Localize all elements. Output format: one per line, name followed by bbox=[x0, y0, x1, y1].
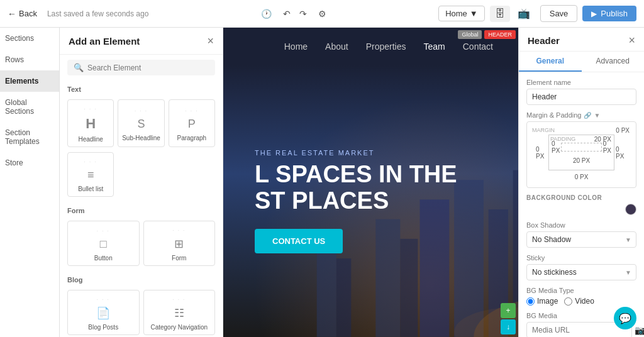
right-panel: Header × General Advanced Element name M… bbox=[518, 28, 644, 337]
add-panel-title: Add an Element bbox=[69, 36, 140, 47]
sidebar-item-global-sections[interactable]: Global Sections bbox=[0, 92, 59, 122]
bullet-list-icon: ≡ bbox=[87, 168, 94, 182]
sidebar-item-sections[interactable]: Sections bbox=[0, 28, 59, 49]
margin-bottom-value: 0 PX bbox=[575, 174, 589, 180]
svg-rect-8 bbox=[317, 239, 336, 337]
global-badge: Global bbox=[458, 30, 482, 39]
home-dropdown[interactable]: Home ▼ bbox=[438, 6, 485, 21]
blog-section-title: Blog bbox=[67, 276, 215, 284]
blog-posts-element[interactable]: · · · 📄 Blog Posts bbox=[67, 290, 140, 335]
site-nav-links: Home About Properties Team Contact bbox=[284, 41, 493, 52]
nav-team[interactable]: Team bbox=[424, 41, 445, 52]
form-label: Form bbox=[172, 255, 186, 262]
element-name-input[interactable] bbox=[526, 89, 636, 105]
desktop-device-btn[interactable]: 🗄 bbox=[490, 6, 510, 22]
chat-button[interactable]: 💬 bbox=[614, 307, 636, 329]
canvas-action-buttons: + ↓ bbox=[498, 301, 518, 337]
tablet-device-btn[interactable]: 📺 bbox=[513, 5, 535, 22]
tab-general[interactable]: General bbox=[519, 52, 582, 72]
redo-button[interactable]: ↷ bbox=[296, 6, 311, 21]
video-radio-label[interactable]: Video bbox=[564, 297, 594, 306]
settings-icon-btn[interactable]: ⚙ bbox=[314, 6, 330, 21]
hero-cta-button[interactable]: CONTACT US bbox=[255, 229, 343, 253]
sidebar-item-rows[interactable]: Rows bbox=[0, 49, 59, 70]
dropdown-chevron-icon: ▼ bbox=[470, 9, 478, 18]
margin-padding-section: Margin & Padding 🔗 ▼ MARGIN 0 PX 0PX PAD… bbox=[526, 111, 636, 188]
publish-button[interactable]: ▶ Publish bbox=[582, 6, 636, 21]
image-radio[interactable] bbox=[526, 297, 535, 306]
device-switcher: 🗄 📺 bbox=[490, 5, 535, 22]
paragraph-element[interactable]: · · · P Paragraph bbox=[169, 99, 215, 147]
padding-bottom-value: 20 PX bbox=[573, 157, 590, 164]
bullet-list-label: Bullet list bbox=[78, 185, 103, 192]
category-nav-label: Category Navigation bbox=[150, 324, 208, 331]
panel-tabs: General Advanced bbox=[519, 52, 644, 72]
canvas-area: Home About Properties Team Contact Globa… bbox=[223, 28, 518, 337]
add-panel-close-button[interactable]: × bbox=[207, 35, 214, 47]
video-radio[interactable] bbox=[564, 297, 572, 306]
back-icon: ← bbox=[8, 9, 16, 19]
nav-about[interactable]: About bbox=[325, 41, 348, 52]
nav-home[interactable]: Home bbox=[284, 41, 308, 52]
site-hero: THE REAL ESTATE MARKET L SPACES IN THE S… bbox=[223, 65, 518, 337]
history-icon-btn[interactable]: 🕐 bbox=[257, 6, 275, 21]
text-elements-grid: · · · H Headline · · · S Sub-Headline · … bbox=[60, 99, 223, 152]
blog-elements-grid: · · · 📄 Blog Posts · · · ☷ Category Navi… bbox=[60, 290, 223, 337]
canvas-action-btn-1[interactable]: + bbox=[501, 303, 516, 318]
box-shadow-dropdown[interactable]: No Shadow bbox=[526, 231, 636, 248]
padding-bottom-wrap: 20 PX bbox=[552, 155, 611, 165]
tab-advanced[interactable]: Advanced bbox=[582, 52, 645, 72]
form-icon: ⊞ bbox=[174, 237, 184, 251]
button-label: Button bbox=[94, 255, 113, 262]
bg-color-title: BACKGROUND COLOR bbox=[526, 194, 636, 201]
svg-rect-9 bbox=[336, 258, 351, 337]
margin-left-value: 0PX bbox=[536, 146, 547, 160]
link-icon: 🔗 bbox=[584, 112, 591, 119]
back-button[interactable]: ← Back bbox=[8, 9, 37, 19]
bg-color-section: BACKGROUND COLOR bbox=[526, 194, 636, 215]
image-radio-label[interactable]: Image bbox=[526, 297, 558, 306]
margin-top-value: 0 PX bbox=[616, 127, 630, 134]
video-radio-text: Video bbox=[575, 297, 594, 306]
back-label: Back bbox=[19, 9, 37, 18]
sidebar-item-section-templates[interactable]: Section Templates bbox=[0, 122, 59, 152]
button-element[interactable]: · · · □ Button bbox=[67, 221, 140, 266]
media-upload-button[interactable]: 📷 bbox=[635, 325, 644, 335]
bg-color-picker[interactable] bbox=[625, 204, 636, 215]
box-shadow-label: Box Shadow bbox=[526, 221, 636, 229]
headline-element[interactable]: · · · H Headline bbox=[67, 99, 114, 147]
site-nav: Home About Properties Team Contact Globa… bbox=[223, 28, 518, 65]
hero-title-line2: ST PLACES bbox=[255, 188, 487, 214]
form-section-title: Form bbox=[67, 207, 215, 214]
home-dropdown-label: Home bbox=[445, 9, 467, 18]
sidebar-item-elements[interactable]: Elements bbox=[0, 70, 59, 92]
category-nav-element[interactable]: · · · ☷ Category Navigation bbox=[143, 290, 216, 335]
form-elements-grid: · · · □ Button · · · ⊞ Form bbox=[60, 221, 223, 271]
bullet-list-element[interactable]: · · · ≡ Bullet list bbox=[67, 152, 114, 197]
blog-posts-icon: 📄 bbox=[96, 306, 110, 320]
publish-label: Publish bbox=[601, 9, 628, 18]
canvas-action-btn-2[interactable]: ↓ bbox=[501, 319, 516, 334]
sidebar-item-store[interactable]: Store bbox=[0, 152, 59, 174]
padding-left-value: 0PX bbox=[552, 140, 560, 154]
save-button[interactable]: Save bbox=[540, 5, 578, 22]
hero-title: L SPACES IN THE ST PLACES bbox=[255, 162, 487, 214]
sticky-dropdown[interactable]: No stickiness bbox=[526, 264, 636, 280]
mp-chevron-icon: ▼ bbox=[594, 112, 600, 119]
sub-headline-label: Sub-Headline bbox=[122, 135, 160, 141]
nav-contact[interactable]: Contact bbox=[463, 41, 493, 52]
bg-media-type-label: BG Media Type bbox=[526, 287, 636, 294]
hero-sub: THE REAL ESTATE MARKET bbox=[255, 149, 487, 157]
category-nav-icon: ☷ bbox=[174, 306, 184, 320]
undo-button[interactable]: ↶ bbox=[279, 6, 294, 21]
padding-inner: PADDING 20 PX 0PX 0PX 20 PX bbox=[548, 135, 614, 170]
form-element[interactable]: · · · ⊞ Form bbox=[143, 221, 216, 266]
sub-headline-element[interactable]: · · · S Sub-Headline bbox=[118, 99, 164, 147]
right-panel-close-button[interactable]: × bbox=[628, 34, 635, 47]
right-panel-header: Header × bbox=[519, 28, 644, 52]
add-element-panel: Add an Element × 🔍 Text · · · H Headline… bbox=[60, 28, 223, 337]
box-shadow-section: Box Shadow No Shadow ▼ bbox=[526, 221, 636, 248]
sticky-label: Sticky bbox=[526, 254, 636, 262]
search-input[interactable] bbox=[87, 64, 209, 72]
nav-properties[interactable]: Properties bbox=[366, 41, 406, 52]
